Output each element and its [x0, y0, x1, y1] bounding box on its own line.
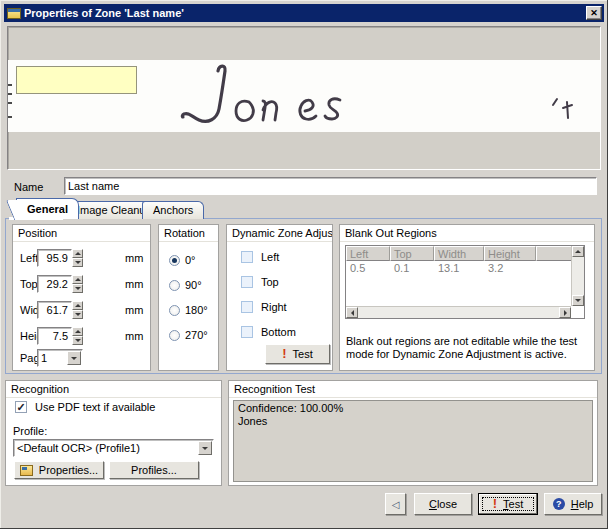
properties-button[interactable]: Properties...: [14, 461, 104, 479]
scan-artifact: [8, 84, 12, 86]
help-button[interactable]: ? Help: [544, 493, 602, 515]
recognition-test-group: Recognition Test Confidence: 100.00% Jon…: [228, 380, 598, 486]
name-input[interactable]: Last name: [64, 177, 597, 195]
app-icon: [7, 8, 21, 19]
close-button[interactable]: Close: [414, 493, 472, 515]
close-button-label: Close: [429, 498, 457, 510]
close-icon[interactable]: ✕: [586, 6, 602, 20]
chevron-down-icon[interactable]: [198, 441, 212, 455]
properties-icon: [20, 465, 33, 476]
profiles-button-label: Profiles...: [131, 464, 177, 476]
recognition-test-output: Confidence: 100.00% Jones: [233, 400, 593, 482]
recognition-caption: Recognition: [6, 381, 221, 398]
scan-artifact: [8, 93, 12, 95]
focus-rect: [482, 497, 534, 511]
use-pdf-checkbox[interactable]: ✓ Use PDF text if available: [15, 401, 155, 413]
handwriting-jones: [163, 62, 583, 132]
recognition-group: Recognition ✓ Use PDF text if available …: [5, 380, 222, 486]
scanned-image-strip: [8, 60, 600, 132]
scan-artifact: [8, 116, 12, 118]
properties-button-label: Properties...: [39, 464, 98, 476]
zone-preview-pane[interactable]: [7, 26, 601, 170]
properties-dialog: Properties of Zone 'Last name' ✕: [0, 0, 608, 529]
result-line: Jones: [238, 415, 588, 428]
back-arrow-icon: ◁: [392, 499, 400, 510]
test-button[interactable]: ! Test: [478, 493, 538, 515]
general-tab-page: [5, 218, 602, 374]
profile-label: Profile:: [13, 425, 47, 437]
use-pdf-label: Use PDF text if available: [35, 401, 155, 413]
help-button-label: Help: [571, 498, 594, 510]
back-button[interactable]: ◁: [385, 493, 406, 515]
zone-highlight-box[interactable]: [16, 66, 137, 94]
name-label: Name: [14, 181, 43, 193]
tab-general[interactable]: General: [16, 198, 79, 219]
help-icon: ?: [553, 498, 565, 510]
profiles-button[interactable]: Profiles...: [109, 461, 199, 479]
profile-value: <Default OCR> (Profile1): [17, 442, 140, 454]
scan-artifact: [8, 102, 12, 104]
window-title: Properties of Zone 'Last name': [24, 7, 586, 19]
checkbox-checked-icon[interactable]: ✓: [15, 401, 27, 413]
recognition-test-caption: Recognition Test: [229, 381, 597, 398]
confidence-line: Confidence: 100.00%: [238, 402, 588, 415]
title-bar[interactable]: Properties of Zone 'Last name' ✕: [4, 4, 604, 22]
tab-anchors[interactable]: Anchors: [142, 201, 204, 219]
profile-select[interactable]: <Default OCR> (Profile1): [13, 439, 214, 457]
